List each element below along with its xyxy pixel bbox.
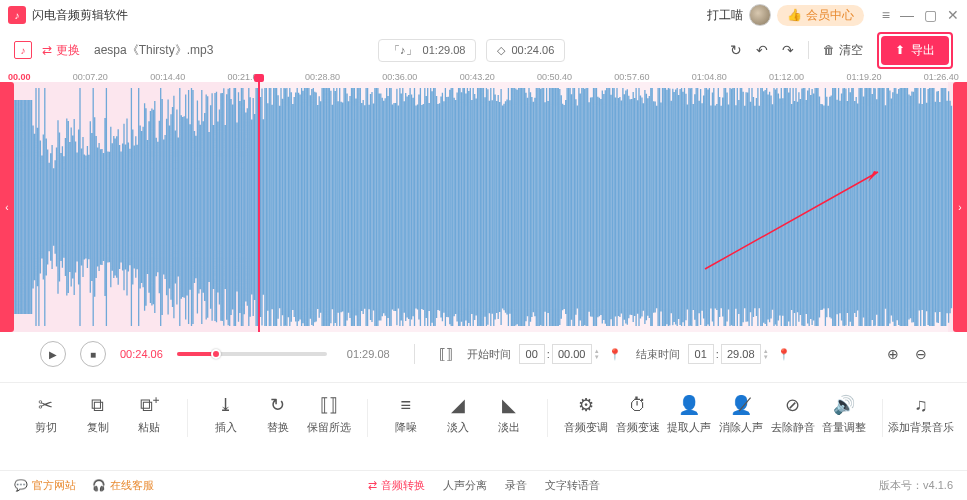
divider <box>187 399 188 437</box>
pin-start-icon[interactable]: 📍 <box>608 348 622 361</box>
stop-button[interactable]: ■ <box>80 341 106 367</box>
chat-icon: 💬 <box>14 479 28 492</box>
duration-icon: 「♪」 <box>389 43 417 58</box>
zoom-out-icon[interactable]: ⊖ <box>915 346 927 362</box>
tool-音量调整[interactable]: 🔊音量调整 <box>818 395 870 435</box>
progress-thumb[interactable] <box>211 349 221 359</box>
clear-button[interactable]: 🗑 清空 <box>823 42 863 59</box>
start-seconds-input[interactable]: 00.00 <box>552 344 592 364</box>
time-ruler[interactable]: 00.0000:07.2000:14.4000:21.6000:28.8000:… <box>0 70 967 82</box>
close-icon[interactable]: ✕ <box>947 7 959 23</box>
tts-link[interactable]: 文字转语音 <box>545 478 600 493</box>
tool-label: 剪切 <box>35 421 57 435</box>
插入-icon: ⤓ <box>218 395 233 415</box>
tool-label: 淡入 <box>447 421 469 435</box>
消除人声-icon: 👤̸ <box>730 395 752 415</box>
ruler-tick: 00:07.20 <box>73 72 108 82</box>
marker-icon: ◇ <box>497 44 505 57</box>
ruler-tick: 01:04.80 <box>692 72 727 82</box>
start-time-spinner[interactable]: ▲▼ <box>594 348 600 360</box>
tool-粘贴[interactable]: ⧉⁺粘贴 <box>123 395 175 435</box>
audio-convert-link[interactable]: ⇄音频转换 <box>368 478 425 493</box>
waveform-viewport[interactable]: ‹ › <box>0 82 967 332</box>
ruler-tick: 00:14.40 <box>150 72 185 82</box>
tool-复制[interactable]: ⧉复制 <box>72 395 124 435</box>
undo-icon[interactable]: ↶ <box>756 42 768 58</box>
tool-提取人声[interactable]: 👤提取人声 <box>663 395 715 435</box>
tool-label: 降噪 <box>395 421 417 435</box>
保留所选-icon: ⟦⟧ <box>320 395 338 415</box>
tool-消除人声[interactable]: 👤̸消除人声 <box>715 395 767 435</box>
record-link[interactable]: 录音 <box>505 478 527 493</box>
avatar[interactable] <box>749 4 771 26</box>
淡入-icon: ◢ <box>451 395 465 415</box>
tool-label: 提取人声 <box>667 421 711 435</box>
end-seconds-input[interactable]: 29.08 <box>721 344 761 364</box>
selection-bracket-icon[interactable]: ⟦⟧ <box>439 346 453 362</box>
divider <box>882 399 883 437</box>
playhead[interactable] <box>258 76 260 332</box>
music-file-icon: ♪ <box>14 41 32 59</box>
end-minutes-input[interactable]: 01 <box>688 344 714 364</box>
tool-剪切[interactable]: ✂剪切 <box>20 395 72 435</box>
ruler-tick: 00:50.40 <box>537 72 572 82</box>
maximize-icon[interactable]: ▢ <box>924 7 937 23</box>
tool-label: 音量调整 <box>822 421 866 435</box>
pin-end-icon[interactable]: 📍 <box>777 348 791 361</box>
user-label[interactable]: 打工喵 <box>707 7 743 24</box>
tool-label: 粘贴 <box>138 421 160 435</box>
member-center-button[interactable]: 👍 会员中心 <box>777 5 864 26</box>
tool-label: 消除人声 <box>719 421 763 435</box>
音频变速-icon: ⏱ <box>629 395 647 415</box>
end-time-spinner[interactable]: ▲▼ <box>763 348 769 360</box>
ruler-tick: 00:36.00 <box>382 72 417 82</box>
剪切-icon: ✂ <box>38 395 53 415</box>
file-name: aespa《Thirsty》.mp3 <box>94 42 213 59</box>
app-logo: ♪ <box>8 6 26 24</box>
divider <box>547 399 548 437</box>
voice-separate-link[interactable]: 人声分离 <box>443 478 487 493</box>
tool-淡入[interactable]: ◢淡入 <box>432 395 484 435</box>
end-time-label: 结束时间 <box>636 347 680 362</box>
音量调整-icon: 🔊 <box>833 395 855 415</box>
online-service-link[interactable]: 🎧 在线客服 <box>92 478 154 493</box>
refresh-icon[interactable]: ↻ <box>730 42 742 58</box>
tool-音频变速[interactable]: ⏱音频变速 <box>612 395 664 435</box>
替换-icon: ↻ <box>270 395 285 415</box>
progress-slider[interactable] <box>177 352 327 356</box>
tool-保留所选[interactable]: ⟦⟧保留所选 <box>303 395 355 435</box>
tool-音频变调[interactable]: ⚙音频变调 <box>560 395 612 435</box>
selection-handle-left[interactable]: ‹ <box>0 82 14 332</box>
tool-淡出[interactable]: ◣淡出 <box>483 395 535 435</box>
tool-去除静音[interactable]: ⊘去除静音 <box>767 395 819 435</box>
official-site-link[interactable]: 💬 官方网站 <box>14 478 76 493</box>
音频变调-icon: ⚙ <box>578 395 594 415</box>
tool-label: 去除静音 <box>771 421 815 435</box>
export-highlight: ⬆ 导出 <box>877 32 953 69</box>
降噪-icon: ≡ <box>401 395 412 415</box>
提取人声-icon: 👤 <box>678 395 700 415</box>
添加背景音乐-icon: ♫ <box>914 395 928 415</box>
play-button[interactable]: ▶ <box>40 341 66 367</box>
start-minutes-input[interactable]: 00 <box>519 344 545 364</box>
去除静音-icon: ⊘ <box>785 395 800 415</box>
selection-handle-right[interactable]: › <box>953 82 967 332</box>
tool-降噪[interactable]: ≡降噪 <box>380 395 432 435</box>
tool-label: 保留所选 <box>307 421 351 435</box>
menu-icon[interactable]: ≡ <box>882 7 890 23</box>
export-button[interactable]: ⬆ 导出 <box>881 36 949 65</box>
redo-icon[interactable]: ↷ <box>782 42 794 58</box>
tool-添加背景音乐[interactable]: ♫添加背景音乐 <box>895 395 947 435</box>
divider <box>367 399 368 437</box>
tool-插入[interactable]: ⤓插入 <box>200 395 252 435</box>
total-time: 01:29.08 <box>347 348 390 360</box>
app-title: 闪电音频剪辑软件 <box>32 7 128 24</box>
swap-file-button[interactable]: ⇄ 更换 <box>42 42 80 59</box>
cursor-time-chip: ◇ 00:24.06 <box>486 39 565 62</box>
zoom-in-icon[interactable]: ⊕ <box>887 346 899 362</box>
ruler-tick: 00:57.60 <box>614 72 649 82</box>
tool-label: 添加背景音乐 <box>888 421 954 435</box>
minimize-icon[interactable]: — <box>900 7 914 23</box>
trash-icon: 🗑 <box>823 43 835 57</box>
tool-替换[interactable]: ↻替换 <box>252 395 304 435</box>
